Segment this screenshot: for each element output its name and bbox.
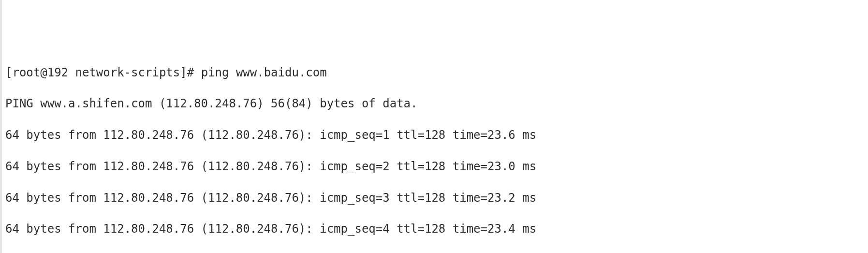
prompt-host: 192 xyxy=(47,66,68,79)
ping-reply: 64 bytes from 112.80.248.76 (112.80.248.… xyxy=(5,127,864,143)
ping-reply: 64 bytes from 112.80.248.76 (112.80.248.… xyxy=(5,190,864,206)
ping-reply: 64 bytes from 112.80.248.76 (112.80.248.… xyxy=(5,159,864,174)
command-arg: www.baidu.com xyxy=(236,66,327,79)
prompt-user: root xyxy=(12,66,40,79)
ping-reply: 64 bytes from 112.80.248.76 (112.80.248.… xyxy=(5,221,864,237)
prompt-at: @ xyxy=(40,66,47,79)
prompt-line-1[interactable]: [root@192 network-scripts]# ping www.bai… xyxy=(5,65,864,80)
prompt-hash: # xyxy=(187,66,201,79)
prompt-close: ] xyxy=(180,66,187,79)
command-name: ping xyxy=(201,66,229,79)
prompt-open: [ xyxy=(5,66,12,79)
ping-header: PING www.a.shifen.com (112.80.248.76) 56… xyxy=(5,96,864,111)
prompt-cwd: network-scripts xyxy=(75,66,180,79)
prompt-space xyxy=(68,66,75,79)
